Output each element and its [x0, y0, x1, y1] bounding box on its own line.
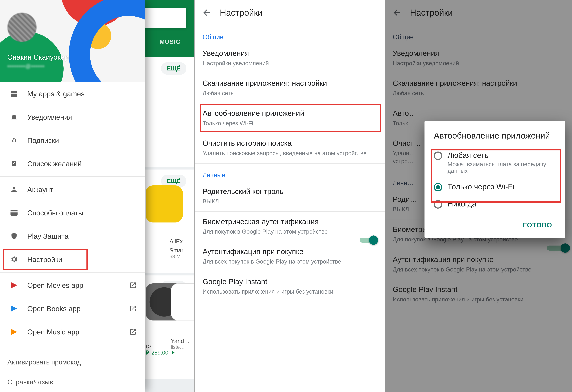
drawer-item-label: Справка/отзыв: [7, 378, 53, 386]
section-label-general: Общие: [195, 25, 385, 43]
card-icon: [9, 208, 19, 218]
store-app-tile[interactable]: AliEx… Smar… 63 M: [170, 236, 194, 260]
radio-icon: [434, 200, 442, 209]
radio-label: Любая сеть: [447, 151, 556, 160]
drawer-item-promo[interactable]: Активировать промокод: [0, 352, 144, 372]
divider: [0, 272, 144, 273]
drawer-item-label: Способы оплаты: [27, 209, 83, 217]
setting-notifications[interactable]: Уведомления Настройки уведомлений: [195, 43, 385, 73]
divider: [0, 344, 144, 345]
drawer-item-open-movies[interactable]: Open Movies app: [0, 274, 144, 297]
setting-title: Автообновление приложений: [203, 109, 377, 117]
auto-update-dialog: Автообновление приложений Любая сеть Мож…: [425, 121, 565, 238]
gear-icon: [9, 255, 19, 264]
drawer-item-label: Open Music app: [27, 328, 79, 336]
radio-icon: [434, 151, 442, 160]
drawer-item-label: Уведомления: [27, 113, 72, 121]
dialog-title: Автообновление приложений: [434, 130, 556, 141]
setting-title: Google Play Instant: [203, 277, 377, 286]
setting-parental[interactable]: Родительский контроль ВЫКЛ: [195, 181, 385, 211]
setting-subtitle: Только через Wi-Fi: [203, 119, 377, 127]
play-music-icon: [9, 327, 19, 337]
setting-download-pref[interactable]: Скачивание приложения: настройки Любая с…: [195, 73, 385, 103]
bell-icon: [9, 112, 19, 122]
user-name: Энакин Скайуокер: [7, 53, 69, 61]
open-external-icon: [129, 305, 137, 312]
setting-title: Уведомления: [203, 49, 377, 57]
drawer-item-label: Настройки: [27, 255, 62, 263]
setting-title: Аутентификация при покупке: [203, 247, 377, 256]
setting-instant[interactable]: Google Play Instant Использовать приложе…: [195, 272, 385, 302]
setting-title: Биометрическая аутентификация: [203, 217, 377, 226]
panel-settings: Настройки Общие Уведомления Настройки ув…: [194, 0, 385, 392]
app-name: Smar…: [170, 247, 194, 254]
app-name: AliEx…: [170, 238, 194, 245]
drawer-item-label: Список желаний: [27, 160, 82, 168]
drawer-item-label: Play Защита: [27, 232, 68, 240]
avatar[interactable]: [7, 13, 36, 42]
shield-icon: [9, 231, 19, 241]
panel-drawer-open: KS MUSIC ЕЩЁ ЕЩЁ AliEx… Smar… 63 M ЕЩ: [0, 0, 194, 392]
drawer-item-subscriptions[interactable]: Подписки: [0, 129, 144, 152]
drawer-item-wishlist[interactable]: Список желаний: [0, 152, 144, 175]
play-movies-icon: [9, 280, 19, 290]
setting-clear-history[interactable]: Очистить историю поиска Удалить поисковы…: [195, 133, 385, 163]
user-email: ••••••••@••••••: [7, 63, 45, 69]
radio-option-wifi-only[interactable]: Только через Wi-Fi: [434, 178, 556, 195]
drawer-header: Энакин Скайуокер ••••••••@••••••: [0, 0, 144, 82]
drawer-item-open-books[interactable]: Open Books app: [0, 297, 144, 320]
navigation-drawer: Энакин Скайуокер ••••••••@•••••• My apps…: [0, 0, 144, 392]
radio-option-any-network[interactable]: Любая сеть Может взиматься плата за пере…: [434, 147, 556, 178]
more-button[interactable]: ЕЩЁ: [161, 62, 186, 75]
setting-subtitle: Использовать приложения и игры без устан…: [203, 288, 377, 295]
setting-subtitle: Удалить поисковые запросы, введенные на …: [203, 149, 377, 157]
radio-label: Только через Wi-Fi: [447, 182, 514, 191]
app-icon: [171, 283, 194, 321]
setting-subtitle: Любая сеть: [203, 89, 377, 97]
radio-option-never[interactable]: Никогда: [434, 195, 556, 212]
section-label-personal: Личные: [195, 163, 385, 181]
drawer-footer: Активировать промокод Справка/отзыв: [0, 352, 144, 392]
setting-subtitle: Для покупок в Google Play на этом устрой…: [203, 228, 335, 235]
bookmark-icon: [9, 159, 19, 168]
app-price: ₽289.00: [146, 349, 176, 356]
setting-title: Скачивание приложения: настройки: [203, 79, 377, 87]
person-icon: [9, 185, 19, 194]
app-icon: [146, 185, 183, 223]
grid-icon: [9, 89, 19, 98]
drawer-item-settings[interactable]: Настройки: [0, 248, 144, 271]
setting-title: Родительский контроль: [203, 187, 377, 196]
setting-subtitle: Настройки уведомлений: [203, 59, 377, 67]
setting-auto-update[interactable]: Автообновление приложений Только через W…: [195, 103, 385, 133]
drawer-list: My apps & games Уведомления Подписки: [0, 82, 144, 352]
radio-label: Никогда: [447, 199, 476, 208]
drawer-item-label: Подписки: [27, 136, 59, 145]
setting-biometric[interactable]: Биометрическая аутентификация Для покупо…: [195, 212, 385, 242]
page-title: Настройки: [220, 8, 263, 18]
play-books-icon: [9, 304, 19, 313]
drawer-item-help[interactable]: Справка/отзыв: [0, 372, 144, 392]
store-app-tile[interactable]: Yand… liste…: [171, 283, 194, 350]
drawer-item-open-music[interactable]: Open Music app: [0, 320, 144, 343]
dialog-done-button[interactable]: ГОТОВО: [519, 218, 556, 232]
app-meta: 63 M: [170, 254, 194, 260]
store-app-tile[interactable]: [146, 185, 185, 223]
appbar: Настройки: [195, 0, 385, 25]
store-tab-music[interactable]: MUSIC: [146, 38, 194, 45]
divider: [0, 176, 144, 177]
drawer-item-label: Аккаунт: [27, 185, 53, 194]
setting-subtitle: Для всех покупок в Google Play на этом у…: [203, 258, 377, 265]
drawer-item-my-apps[interactable]: My apps & games: [0, 82, 144, 105]
drawer-item-payment[interactable]: Способы оплаты: [0, 201, 144, 225]
panel-settings-with-dialog: Настройки Общие Уведомления Настройки ув…: [385, 0, 572, 392]
drawer-item-account[interactable]: Аккаунт: [0, 178, 144, 201]
drawer-item-notifications[interactable]: Уведомления: [0, 105, 144, 129]
drawer-item-label: Активировать промокод: [7, 358, 81, 366]
drawer-item-protect[interactable]: Play Защита: [0, 225, 144, 248]
setting-auth-purchase[interactable]: Аутентификация при покупке Для всех поку…: [195, 242, 385, 272]
radio-icon: [434, 183, 442, 191]
play-triangle-icon: [170, 350, 176, 355]
back-button[interactable]: [201, 7, 212, 18]
drawer-item-label: My apps & games: [27, 90, 84, 98]
refresh-icon: [9, 136, 19, 145]
